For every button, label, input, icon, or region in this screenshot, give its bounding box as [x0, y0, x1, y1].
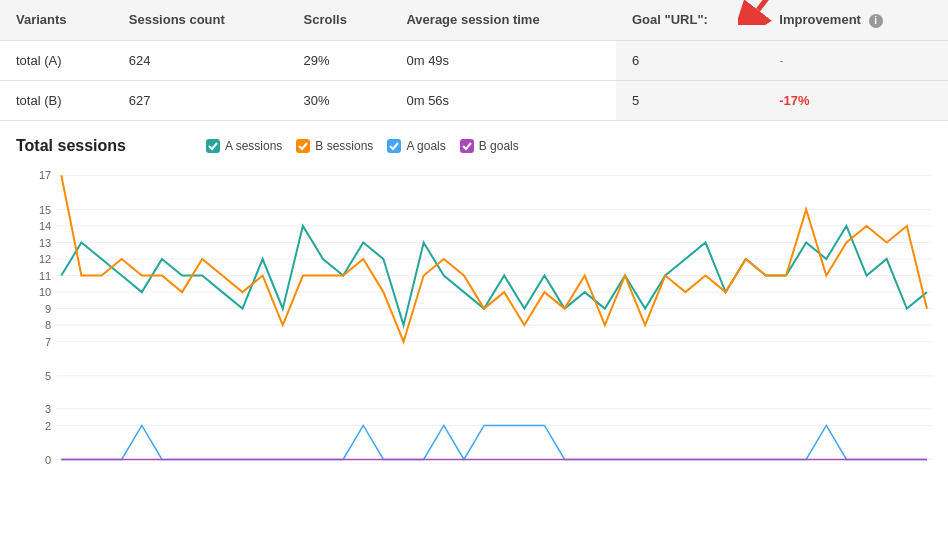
variant-a: total (A) [0, 40, 113, 80]
svg-text:5: 5 [45, 369, 51, 381]
legend-a-goals[interactable]: A goals [387, 139, 445, 153]
legend-b-goals[interactable]: B goals [460, 139, 519, 153]
table-row: total (A) 624 29% 0m 49s 6 - [0, 40, 948, 80]
col-header-avg-time: Average session time [390, 0, 616, 40]
svg-text:12: 12 [39, 253, 51, 265]
col-header-variants: Variants [0, 0, 113, 40]
chart-svg: 0 2 3 5 7 8 9 10 11 12 13 14 15 17 [16, 165, 932, 475]
chart-title: Total sessions [16, 137, 126, 155]
chart-header: Total sessions A sessions B sessions [16, 137, 932, 155]
legend-a-goals-label: A goals [406, 139, 445, 153]
col-header-improvement: Improvement i [763, 0, 948, 40]
goal-a: 6 [616, 40, 763, 80]
svg-text:7: 7 [45, 335, 51, 347]
col-header-goal: Goal "URL": [616, 0, 763, 40]
ab-test-table: Variants Sessions count Scrolls Average … [0, 0, 948, 121]
svg-text:15: 15 [39, 203, 51, 215]
scrolls-a: 29% [288, 40, 391, 80]
chart-section: Total sessions A sessions B sessions [0, 121, 948, 475]
svg-text:13: 13 [39, 236, 51, 248]
info-icon[interactable]: i [869, 14, 883, 28]
legend-a-sessions-checkbox [206, 139, 220, 153]
chart-area: 0 2 3 5 7 8 9 10 11 12 13 14 15 17 [16, 165, 932, 475]
legend-a-sessions-label: A sessions [225, 139, 282, 153]
svg-text:17: 17 [39, 169, 51, 181]
svg-text:0: 0 [45, 453, 51, 465]
sessions-b: 627 [113, 80, 288, 120]
svg-text:14: 14 [39, 220, 51, 232]
svg-line-1 [758, 0, 808, 10]
legend-b-goals-label: B goals [479, 139, 519, 153]
variant-b: total (B) [0, 80, 113, 120]
svg-text:11: 11 [39, 269, 51, 281]
improvement-negative: -17% [779, 93, 809, 108]
avg-time-a: 0m 49s [390, 40, 616, 80]
legend-b-sessions-checkbox [296, 139, 310, 153]
legend-b-sessions-label: B sessions [315, 139, 373, 153]
table-row: total (B) 627 30% 0m 56s 5 -17% [0, 80, 948, 120]
chart-legend: A sessions B sessions A goals [206, 139, 519, 153]
legend-b-sessions[interactable]: B sessions [296, 139, 373, 153]
svg-text:10: 10 [39, 286, 51, 298]
col-header-scrolls: Scrolls [288, 0, 391, 40]
improvement-a: - [763, 40, 948, 80]
goal-b: 5 [616, 80, 763, 120]
svg-text:8: 8 [45, 319, 51, 331]
legend-b-goals-checkbox [460, 139, 474, 153]
improvement-label: Improvement [779, 12, 861, 27]
svg-text:2: 2 [45, 419, 51, 431]
a-goals-line [61, 425, 927, 459]
scrolls-b: 30% [288, 80, 391, 120]
improvement-dash: - [779, 53, 783, 68]
legend-a-goals-checkbox [387, 139, 401, 153]
avg-time-b: 0m 56s [390, 80, 616, 120]
svg-text:3: 3 [45, 402, 51, 414]
improvement-b: -17% [763, 80, 948, 120]
sessions-a: 624 [113, 40, 288, 80]
svg-text:9: 9 [45, 302, 51, 314]
legend-a-sessions[interactable]: A sessions [206, 139, 282, 153]
col-header-sessions: Sessions count [113, 0, 288, 40]
